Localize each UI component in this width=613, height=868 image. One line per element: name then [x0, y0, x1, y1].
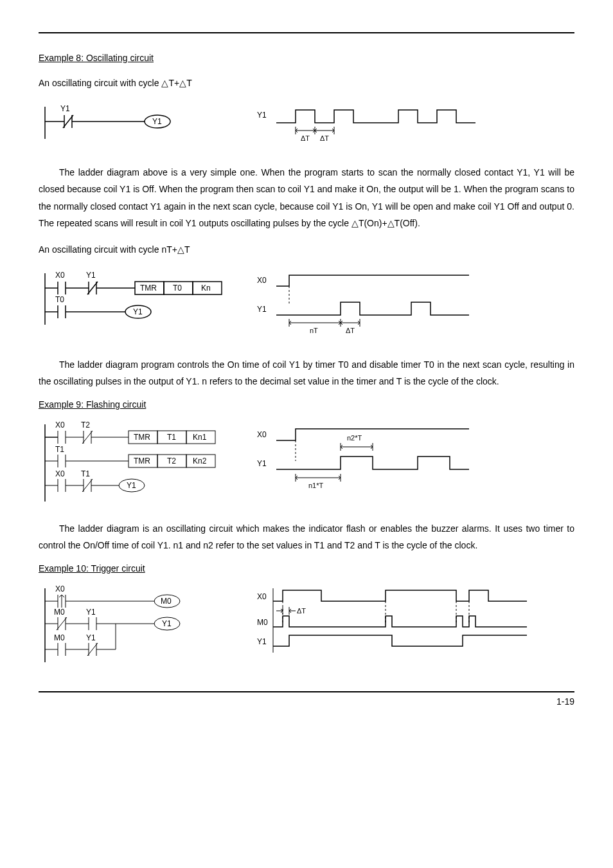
example8-intro: An oscillating circuit with cycle △T+△T [39, 75, 574, 92]
dt-label8: ΔT [346, 327, 355, 334]
y1-coil-label: Y1 [152, 117, 162, 126]
m0b-label10: M0 [54, 608, 65, 617]
y1t-label10: Y1 [257, 637, 267, 646]
example8-ladder2: X0 Y1 TMR T0 Kn T0 Y1 [39, 270, 257, 328]
n2t-label9: n2*T [347, 434, 362, 442]
y1t-label9: Y1 [257, 459, 267, 468]
t1b-label9: T1 [55, 445, 64, 454]
example10-title: Example 10: Trigger circuit [39, 563, 574, 574]
x0-label10: X0 [55, 584, 65, 593]
example9-title: Example 9: Flashing circuit [39, 399, 574, 410]
nt-label8: nT [310, 327, 318, 334]
dt-label10: ΔT [297, 607, 306, 615]
example8-ladder: Y1 Y1 [39, 104, 257, 142]
kn1-label9: Kn1 [193, 433, 207, 442]
y1-timing-label: Y1 [257, 111, 267, 120]
t0-label8: T0 [173, 284, 182, 293]
y1coil-label10: Y1 [162, 619, 172, 628]
example10-timing: X0 ΔT M0 Y1 [257, 585, 574, 656]
example8-para2: The ladder diagram program controls the … [39, 356, 574, 390]
t1c-label9: T1 [81, 469, 90, 478]
example9-timing: X0 Y1 n2*T n1*T [257, 421, 574, 498]
example8-timing2: X0 Y1 nT ΔT [257, 270, 574, 341]
x0b-label9: X0 [55, 469, 65, 478]
x0t-label8: X0 [257, 276, 267, 285]
page-container: Example 8: Oscillating circuit An oscill… [0, 0, 613, 726]
y1coil-label9: Y1 [127, 481, 136, 490]
tmr2-label9: TMR [134, 457, 150, 466]
y1nc-label8: Y1 [86, 271, 96, 280]
m0c-label10: M0 [54, 633, 65, 642]
x0-label8: X0 [55, 271, 65, 280]
tmr-label8: TMR [140, 284, 157, 293]
t1-label9: T1 [167, 433, 176, 442]
example9-diagram-row: X0 T2 TMR T1 Kn1 T1 TMR [39, 421, 574, 505]
y1b-label10: Y1 [86, 633, 96, 642]
example9-para: The ladder diagram is an oscillating cir… [39, 520, 574, 554]
t2b-label9: T2 [167, 457, 176, 466]
y1-label10: Y1 [86, 608, 96, 617]
example10-diagram-row: X0 M0 M0 Y1 Y1 [39, 585, 574, 665]
top-rule [39, 32, 574, 33]
example8-para: The ladder diagram above is a very simpl… [39, 164, 574, 232]
tmr1-label9: TMR [134, 433, 150, 442]
page-footer: 1-19 [39, 691, 574, 707]
example10-ladder: X0 M0 M0 Y1 Y1 [39, 585, 257, 665]
m0coil-label10: M0 [161, 597, 172, 606]
y1-contact-label: Y1 [60, 104, 70, 113]
kn2-label9: Kn2 [193, 457, 207, 466]
x0t-label9: X0 [257, 430, 267, 439]
n1t-label9: n1*T [308, 482, 324, 489]
example8-intro2: An oscillating circuit with cycle nT+△T [39, 241, 574, 258]
x0t-label10: X0 [257, 592, 267, 601]
example8-diagram2-row: X0 Y1 TMR T0 Kn T0 Y1 [39, 270, 574, 341]
m0t-label10: M0 [257, 618, 268, 627]
dt1-label: ΔT [301, 134, 310, 142]
t2-label9: T2 [81, 420, 90, 429]
y1t-label8: Y1 [257, 305, 267, 314]
dt2-label: ΔT [320, 134, 329, 142]
t0b-label8: T0 [55, 295, 64, 304]
x0-label9: X0 [55, 420, 65, 429]
example8-timing: Y1 ΔT ΔT [257, 104, 574, 149]
y1coil-label8: Y1 [133, 307, 143, 316]
example9-ladder: X0 T2 TMR T1 Kn1 T1 TMR [39, 421, 257, 505]
kn-label8: Kn [201, 284, 211, 293]
example8-diagram-row: Y1 Y1 Y1 ΔT [39, 104, 574, 149]
example8-title: Example 8: Oscillating circuit [39, 53, 574, 63]
